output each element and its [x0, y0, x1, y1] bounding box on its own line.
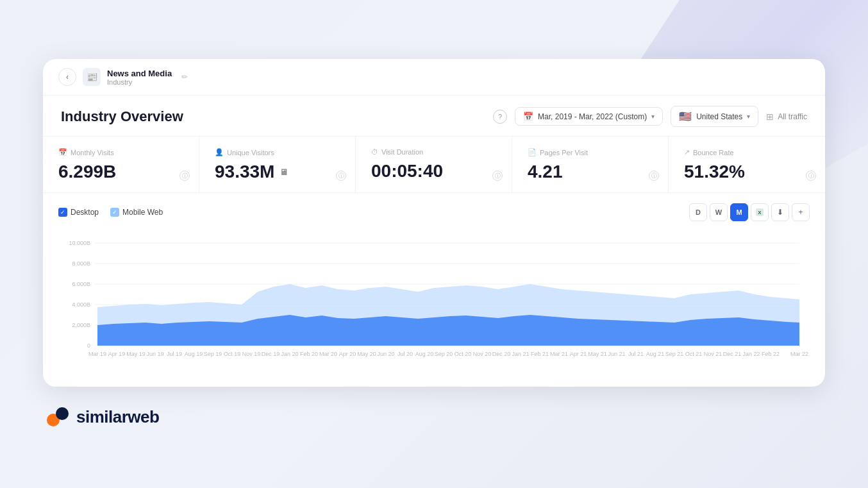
main-wrapper: ‹ 📰 News and Media Industry ✏ Industry O… — [43, 59, 825, 429]
pages-per-visit-info-button[interactable]: ⓘ — [649, 171, 659, 181]
excel-export-button[interactable]: X — [751, 203, 769, 221]
add-icon: + — [798, 208, 803, 217]
metric-unique-visitors-label: 👤 Unique Visitors — [215, 148, 340, 156]
legend-mobile[interactable]: ✓ Mobile Web — [110, 208, 163, 217]
traffic-icon: ⊞ — [766, 112, 774, 122]
country-dropdown-arrow-icon: ▾ — [747, 113, 750, 120]
unique-visitors-icon: 👤 — [215, 148, 224, 156]
svg-text:Aug 21: Aug 21 — [646, 351, 665, 357]
metric-bounce-rate-label: ↗ Bounce Rate — [684, 148, 810, 156]
bounce-rate-info-button[interactable]: ⓘ — [806, 171, 816, 181]
svg-text:Apr 21: Apr 21 — [570, 351, 587, 357]
chart-legend: ✓ Desktop ✓ Mobile Web — [58, 208, 163, 217]
svg-text:Oct 19: Oct 19 — [224, 351, 241, 357]
traffic-filter: ⊞ All traffic — [766, 112, 807, 122]
metric-visit-duration-value: 00:05:40 — [371, 161, 496, 181]
back-button[interactable]: ‹ — [58, 68, 76, 86]
svg-text:Oct 21: Oct 21 — [685, 351, 703, 357]
svg-point-52 — [56, 407, 69, 420]
svg-text:Mar 19: Mar 19 — [88, 351, 106, 357]
page-title: Industry Overview — [61, 108, 485, 125]
svg-text:6.000B: 6.000B — [72, 281, 90, 287]
metric-bounce-rate-value: 51.32% — [684, 162, 810, 182]
svg-text:May 21: May 21 — [588, 351, 607, 357]
time-btn-d[interactable]: D — [689, 203, 707, 221]
add-button[interactable]: + — [792, 203, 810, 221]
country-label: United States — [696, 112, 742, 121]
legend-mobile-check: ✓ — [112, 209, 117, 215]
svg-text:Apr 19: Apr 19 — [108, 351, 126, 357]
svg-text:May 19: May 19 — [126, 351, 146, 357]
svg-text:Nov 20: Nov 20 — [473, 351, 492, 357]
time-btn-m[interactable]: M — [730, 203, 748, 221]
legend-desktop-checkbox: ✓ — [58, 208, 67, 217]
svg-text:Sep 20: Sep 20 — [435, 351, 453, 357]
svg-text:Dec 21: Dec 21 — [723, 351, 742, 357]
chart-controls: ✓ Desktop ✓ Mobile Web D W M — [58, 203, 810, 221]
legend-desktop-check: ✓ — [60, 209, 65, 215]
date-filter-dropdown[interactable]: 📅 Mar, 2019 - Mar, 2022 (Custom) ▾ — [515, 107, 663, 126]
time-btn-w[interactable]: W — [710, 203, 728, 221]
edit-button[interactable]: ✏ — [178, 71, 191, 83]
metric-visit-duration-label: ⏱ Visit Duration — [371, 148, 496, 156]
unique-visitors-info-button[interactable]: ⓘ — [336, 171, 346, 181]
chart-tools: D W M X ⬇ + — [689, 203, 810, 221]
svg-text:Jun 19: Jun 19 — [146, 351, 163, 357]
svg-text:Mar 22: Mar 22 — [790, 351, 808, 357]
breadcrumb-title: News and Media — [107, 69, 172, 78]
svg-text:Mar 20: Mar 20 — [319, 351, 337, 357]
svg-text:Jun 21: Jun 21 — [608, 351, 625, 357]
svg-point-53 — [50, 417, 56, 423]
svg-text:Apr 20: Apr 20 — [339, 351, 356, 357]
metric-monthly-visits: 📅 Monthly Visits 6.299B ⓘ — [43, 137, 199, 192]
industry-icon: 📰 — [87, 72, 97, 82]
metric-monthly-visits-value: 6.299B — [58, 162, 183, 182]
svg-text:Feb 21: Feb 21 — [531, 351, 549, 357]
svg-text:Sep 21: Sep 21 — [665, 351, 684, 357]
legend-desktop[interactable]: ✓ Desktop — [58, 208, 99, 217]
svg-text:Jan 21: Jan 21 — [512, 351, 529, 357]
metric-pages-per-visit: 📄 Pages Per Visit 4.21 ⓘ — [512, 137, 669, 192]
dropdown-arrow-icon: ▾ — [651, 113, 655, 120]
svg-text:Dec 20: Dec 20 — [492, 351, 511, 357]
svg-text:Jul 20: Jul 20 — [397, 351, 413, 357]
svg-text:Aug 20: Aug 20 — [415, 351, 434, 357]
svg-text:10.000B: 10.000B — [69, 240, 90, 246]
monitor-icon: 🖥 — [280, 167, 288, 177]
svg-text:Jul 19: Jul 19 — [167, 351, 182, 357]
svg-text:Feb 22: Feb 22 — [762, 351, 780, 357]
breadcrumb-text: News and Media Industry — [107, 69, 172, 86]
svg-text:Aug 19: Aug 19 — [185, 351, 203, 357]
metric-unique-visitors-value: 93.33M 🖥 — [215, 162, 340, 182]
help-button[interactable]: ? — [493, 110, 507, 124]
svg-text:0: 0 — [87, 342, 90, 349]
legend-mobile-label: Mobile Web — [122, 208, 163, 217]
download-button[interactable]: ⬇ — [771, 203, 789, 221]
bounce-rate-icon: ↗ — [684, 148, 690, 156]
svg-text:Mar 21: Mar 21 — [550, 351, 568, 357]
visit-duration-icon: ⏱ — [371, 148, 378, 156]
brand-name: similarweb — [76, 407, 159, 427]
legend-mobile-checkbox: ✓ — [110, 208, 119, 217]
flag-icon: 🇺🇸 — [679, 110, 692, 122]
breadcrumb-subtitle: Industry — [107, 78, 172, 86]
edit-icon-symbol: ✏ — [181, 72, 188, 81]
monthly-visits-info-button[interactable]: ⓘ — [179, 171, 190, 181]
excel-icon: X — [755, 208, 764, 217]
svg-text:Dec 19: Dec 19 — [262, 351, 280, 357]
chart-area: ✓ Desktop ✓ Mobile Web D W M — [43, 193, 825, 387]
metric-pages-per-visit-value: 4.21 — [528, 162, 653, 182]
brand-logo: similarweb — [46, 405, 159, 429]
question-icon: ? — [498, 113, 502, 121]
monthly-visits-icon: 📅 — [58, 148, 67, 156]
svg-text:Sep 19: Sep 19 — [204, 351, 222, 357]
svg-text:Jan 22: Jan 22 — [742, 351, 760, 357]
visit-duration-info-button[interactable]: ⓘ — [492, 171, 503, 181]
metric-monthly-visits-label: 📅 Monthly Visits — [58, 148, 183, 156]
svg-text:Nov 19: Nov 19 — [242, 351, 261, 357]
top-bar: ‹ 📰 News and Media Industry ✏ — [43, 59, 825, 96]
chart-container: 10.000B 8.000B 6.000B 4.000B 2.000B 0 Ma… — [58, 230, 810, 374]
country-filter-dropdown[interactable]: 🇺🇸 United States ▾ — [671, 106, 758, 127]
breadcrumb-icon: 📰 — [83, 68, 101, 86]
main-card: ‹ 📰 News and Media Industry ✏ Industry O… — [43, 59, 825, 387]
